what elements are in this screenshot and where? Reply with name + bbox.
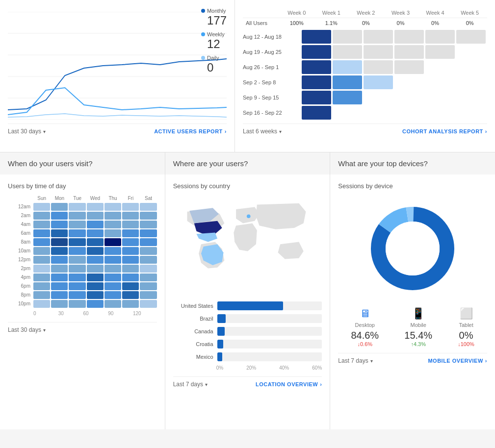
arrow-right-icon: › (225, 128, 227, 134)
monthly-label: Monthly (207, 8, 226, 14)
heatmap-cell (69, 274, 85, 281)
heatmap-cell (69, 238, 85, 246)
heatmap-cell (87, 238, 104, 246)
mobile-pct: 15.4% (404, 330, 432, 341)
monthly-value: 177 (207, 14, 227, 27)
time-of-day-panel: Users by time of day SunMonTueWedThuFriS… (0, 174, 165, 429)
cohort-cell (456, 60, 486, 74)
heatmap-cell (33, 212, 50, 220)
cohort-cell (394, 75, 424, 89)
time-of-day-title: Users by time of day (8, 182, 157, 190)
country-label: Mexico (173, 354, 217, 360)
heatmap-cell (87, 274, 104, 281)
heatmap-x-label: 120 (133, 311, 157, 316)
cohort-cell (333, 106, 362, 120)
bar-track (217, 301, 322, 310)
heatmap-x-label: 30 (58, 311, 82, 316)
monthly-dot (201, 9, 205, 13)
heatmap-cell (69, 291, 85, 299)
country-label: Croatia (173, 341, 217, 347)
country-bar-row: Canada (173, 327, 322, 336)
cohort-row: Sep 2 - Sep 8 (243, 75, 487, 89)
heatmap-cell (33, 238, 50, 246)
line-chart: 250 200 150 100 50 0 24 Aug 31 08 Sep 15 (8, 12, 227, 120)
cohort-cell (425, 106, 455, 120)
time-of-day-period-dropdown[interactable]: Last 30 days ▾ (8, 326, 46, 333)
sessions-device-period-dropdown[interactable]: Last 7 days ▾ (338, 357, 372, 364)
time-of-day-footer: Last 30 days ▾ (8, 322, 157, 333)
heatmap-cell (33, 265, 50, 273)
cohort-cell (456, 75, 486, 89)
heatmap-cell (51, 221, 68, 228)
cohort-table: Week 0 Week 1 Week 2 Week 3 Week 4 Week … (243, 8, 487, 28)
heatmap-cell (104, 300, 121, 308)
active-users-report-link[interactable]: ACTIVE USERS REPORT › (154, 128, 227, 134)
sessions-country-period-dropdown[interactable]: Last 7 days ▾ (173, 381, 208, 388)
heatmap-time-label: 8am (8, 238, 32, 246)
heatmap-cell (69, 229, 85, 237)
active-users-period-dropdown[interactable]: Last 30 days ▾ (8, 128, 46, 135)
svg-point-19 (247, 215, 251, 219)
cohort-allusers-w1: 1.1% (314, 18, 349, 28)
cohort-cell (364, 45, 393, 59)
cohort-cell (333, 60, 362, 74)
heatmap-time-label: 2am (8, 212, 32, 220)
cohort-row-label: Aug 12 - Aug 18 (243, 34, 302, 40)
heatmap-cell (122, 265, 139, 273)
sessions-device-panel: Sessions by device 🖥 Desktop 84.6% ↓0.6% (330, 174, 495, 429)
heatmap-time-label: 4pm (8, 274, 32, 281)
heatmap-time-row: 2pm (8, 265, 157, 273)
heatmap-day-label: Sun (33, 196, 50, 201)
cohort-cell (425, 75, 455, 89)
heatmap-cell (122, 274, 139, 281)
heatmap-cell (69, 247, 85, 255)
arrow-right-icon: › (485, 128, 487, 134)
cohort-row-label: Sep 16 - Sep 22 (243, 110, 302, 116)
tablet-label: Tablet (458, 322, 474, 328)
country-bar-row: United States (173, 301, 322, 310)
heatmap-cell (104, 229, 121, 237)
country-label: United States (173, 303, 217, 309)
bar-fill (217, 352, 223, 361)
sessions-device-period: Last 7 days (338, 357, 368, 364)
cohort-cell (302, 30, 331, 44)
heatmap-cell (87, 256, 104, 264)
heatmap-time-row: 12am (8, 203, 157, 211)
country-bar-chart: United StatesBrazilCanadaCroatiaMexico (173, 301, 322, 361)
cohort-cell (394, 45, 424, 59)
desktop-label: Desktop (351, 322, 379, 328)
heatmap-time-row: 10pm (8, 300, 157, 308)
cohort-cell (394, 60, 424, 74)
cohort-report-link[interactable]: COHORT ANALYSIS REPORT › (402, 128, 487, 134)
heatmap-cell (69, 212, 85, 220)
desktop-change: ↓0.6% (351, 341, 379, 347)
cohort-cell (302, 75, 331, 89)
tablet-change: ↓100% (458, 341, 474, 347)
cohort-cell (456, 45, 486, 59)
cohort-cell (456, 91, 486, 104)
monthly-legend: Monthly 177 (201, 8, 227, 27)
heatmap-time-row: 8pm (8, 291, 157, 299)
heatmap-cell (51, 256, 68, 264)
cohort-header-label (243, 8, 279, 18)
location-overview-link[interactable]: LOCATION OVERVIEW › (256, 381, 322, 387)
cohort-cell (333, 91, 362, 104)
heatmap-cell (140, 212, 156, 220)
mobile-overview-link[interactable]: MOBILE OVERVIEW › (428, 358, 487, 364)
weekly-dot (201, 32, 205, 36)
bottom-row: Users by time of day SunMonTueWedThuFriS… (0, 174, 495, 429)
heatmap-time-label: 6am (8, 229, 32, 237)
cohort-heatmap: Aug 12 - Aug 18Aug 19 - Aug 25Aug 26 - S… (243, 30, 487, 120)
heatmap-day-label: Tue (69, 196, 85, 201)
heatmap-cell (104, 282, 121, 290)
heatmap-grid-container: SunMonTueWedThuFriSat12am2am4am6am8am10a… (8, 196, 157, 316)
cohort-period-dropdown[interactable]: Last 6 weeks ▾ (243, 128, 282, 135)
heatmap-time-row: 8am (8, 238, 157, 246)
heatmap-cell (140, 282, 156, 290)
cohort-week5-header: Week 5 (452, 8, 487, 18)
cohort-row-label: Sep 2 - Sep 8 (243, 79, 302, 85)
heatmap-time-label: 12am (8, 203, 32, 211)
heatmap-cell (104, 221, 121, 228)
heatmap-cell (122, 282, 139, 290)
heatmap-cell (87, 221, 104, 228)
